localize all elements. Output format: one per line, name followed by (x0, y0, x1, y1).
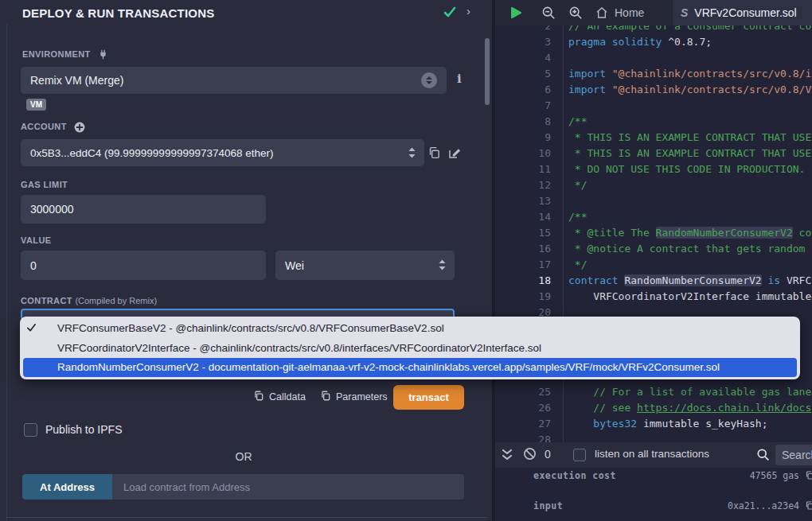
code-text: */ (551, 177, 587, 193)
contract-option-1[interactable]: VRFCoordinatorV2Interface - @chainlink/c… (20, 338, 800, 358)
transaction-count: 0 (545, 448, 551, 461)
code-line-14[interactable]: 14/** (495, 209, 812, 225)
code-line-11[interactable]: 11 * DO NOT USE THIS CODE IN PRODUCTION. (495, 161, 812, 177)
home-icon (595, 6, 608, 19)
code-text: // An example of a consumer contract co (551, 25, 811, 34)
code-text: import "@chainlink/contracts/src/v0.8/in (551, 66, 812, 82)
code-line-8[interactable]: 8/** (495, 114, 812, 130)
value-unit-select[interactable]: Wei (275, 251, 455, 280)
panel-left-border (6, 24, 7, 521)
code-text (551, 432, 568, 442)
code-line-6[interactable]: 6import "@chainlink/contracts/src/v0.8/V… (495, 82, 812, 98)
environment-label: ENVIRONMENT (22, 49, 108, 60)
deploy-run-panel: DEPLOY & RUN TRANSACTIONS › ENVIRONMENT … (0, 0, 494, 521)
line-number: 18 (495, 273, 551, 289)
copy-account-icon[interactable] (427, 146, 441, 160)
code-text: * @notice A contract that gets random v (551, 241, 812, 257)
calldata-label[interactable]: Calldata (269, 391, 306, 402)
parameters-label[interactable]: Parameters (336, 391, 388, 402)
copy-calldata-icon[interactable] (253, 390, 264, 402)
code-text: */ (551, 257, 587, 273)
line-number: 13 (495, 193, 551, 209)
updown-arrows-icon (408, 146, 416, 160)
terminal-row-label: execution cost (533, 470, 616, 481)
code-line-19[interactable]: 19 VRFCoordinatorV2Interface immutable (495, 289, 812, 305)
plus-circle-icon[interactable] (74, 122, 85, 133)
contract-option-label: VRFCoordinatorV2Interface - @chainlink/c… (57, 342, 541, 354)
gas-limit-label: GAS LIMIT (21, 180, 68, 189)
code-line-17[interactable]: 17 */ (495, 257, 812, 273)
play-icon[interactable] (509, 6, 523, 20)
ban-icon[interactable] (523, 447, 537, 461)
tab-home[interactable]: Home (586, 0, 654, 25)
code-line-7[interactable]: 7 (495, 98, 812, 114)
code-line-25[interactable]: 25 // For a list of available gas lanes (495, 384, 812, 400)
code-line-15[interactable]: 15 * @title The RandomNumberConsumerV2 c… (495, 225, 812, 241)
line-number: 19 (495, 289, 551, 305)
code-text (551, 98, 568, 114)
copy-icon[interactable] (805, 500, 812, 511)
editor-region: Home S VRFv2Consumer.sol 2// An example … (495, 0, 812, 521)
panel-collapse-chevron-icon[interactable]: › (467, 4, 470, 17)
contract-option-2[interactable]: RandomNumberConsumerV2 - documentation-g… (23, 358, 797, 377)
at-address-button[interactable]: At Address (22, 474, 112, 500)
terminal-row-value: 0xa21...a23e4 (728, 500, 799, 511)
line-number: 8 (495, 114, 551, 130)
code-line-27[interactable]: 27 bytes32 immutable s_keyHash; (495, 416, 812, 432)
code-line-10[interactable]: 10 * THIS IS AN EXAMPLE CONTRACT THAT US… (495, 146, 812, 161)
panel-title: DEPLOY & RUN TRANSACTIONS (22, 6, 214, 20)
code-line-16[interactable]: 16 * @notice A contract that gets random… (495, 241, 812, 257)
code-editor[interactable]: 2// An example of a consumer contract co… (495, 25, 812, 442)
code-line-9[interactable]: 9 * THIS IS AN EXAMPLE CONTRACT THAT USE… (495, 130, 812, 146)
account-label: ACCOUNT (21, 122, 85, 133)
terminal-search-input[interactable] (775, 445, 812, 465)
contract-dropdown-list: VRFConsumerBaseV2 - @chainlink/contracts… (20, 317, 800, 379)
code-text: VRFCoordinatorV2Interface immutable (551, 289, 811, 305)
listen-all-transactions-checkbox[interactable] (573, 449, 586, 461)
code-line-12[interactable]: 12 */ (495, 177, 812, 193)
double-chevron-down-icon[interactable] (502, 449, 513, 461)
copy-icon[interactable] (805, 470, 812, 480)
line-number: 10 (495, 146, 551, 161)
code-line-5[interactable]: 5import "@chainlink/contracts/src/v0.8/i… (495, 66, 812, 82)
code-text: /** (551, 114, 587, 130)
tab-vrfv2consumer[interactable]: S VRFv2Consumer.sol (673, 0, 812, 25)
code-text: /** (551, 209, 587, 225)
zoom-in-icon[interactable] (568, 6, 583, 20)
code-line-4[interactable]: 4 (495, 50, 812, 66)
code-text (551, 193, 568, 209)
code-line-26[interactable]: 26 // see https://docs.chain.link/docs, (495, 400, 812, 416)
zoom-out-icon[interactable] (541, 6, 556, 20)
line-number: 3 (495, 34, 551, 50)
line-number: 28 (495, 432, 551, 442)
at-address-input[interactable] (112, 474, 464, 500)
panel-scrollbar[interactable] (485, 38, 490, 105)
code-text: pragma solidity ^0.8.7; (551, 34, 712, 50)
remix-ide-window: DEPLOY & RUN TRANSACTIONS › ENVIRONMENT … (0, 0, 812, 521)
line-number: 4 (495, 50, 551, 66)
code-line-3[interactable]: 3pragma solidity ^0.8.7; (495, 34, 812, 50)
value-input[interactable]: 0 (21, 251, 266, 280)
code-line-2[interactable]: 2// An example of a consumer contract co (495, 25, 812, 34)
code-text: // see https://docs.chain.link/docs, (551, 400, 812, 416)
listen-all-transactions-label: listen on all transactions (595, 448, 709, 460)
gas-limit-input[interactable]: 3000000 (21, 195, 266, 224)
tab-active-label: VRFv2Consumer.sol (694, 6, 796, 19)
code-line-13[interactable]: 13 (495, 193, 812, 209)
terminal-output: execution cost47565 gasinput0xa21...a23e… (495, 468, 812, 521)
code-line-28[interactable]: 28 (495, 432, 812, 442)
account-select[interactable]: 0x5B3...eddC4 (99.99999999999997374068 e… (21, 139, 424, 166)
code-line-18[interactable]: 18contract RandomNumberConsumerV2 is VRF… (495, 273, 812, 289)
publish-to-ipfs-checkbox[interactable] (24, 423, 37, 437)
transact-button[interactable]: transact (393, 385, 464, 410)
contract-option-0[interactable]: VRFConsumerBaseV2 - @chainlink/contracts… (20, 318, 800, 338)
solidity-icon: S (681, 6, 688, 19)
environment-select[interactable]: Remix VM (Merge) (21, 67, 447, 94)
edit-account-icon[interactable] (447, 146, 462, 160)
code-text: import "@chainlink/contracts/src/v0.8/VR (551, 82, 812, 98)
info-icon[interactable]: i (457, 72, 462, 86)
copy-parameters-icon[interactable] (320, 390, 331, 402)
or-divider-label: OR (0, 450, 487, 463)
line-number: 11 (495, 161, 551, 177)
line-number: 14 (495, 209, 551, 225)
